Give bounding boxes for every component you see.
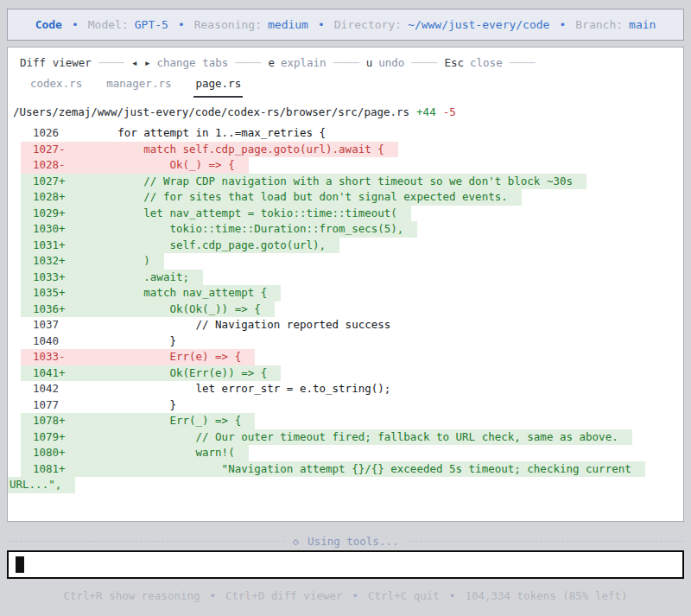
directory-value: ~/www/just-every/code [408,18,549,31]
bullet-separator: • [449,589,456,602]
diff-line: 1080+ warn!( [8,445,683,461]
model-value: GPT-5 [135,18,168,31]
diff-line: 1028- Ok(_) => { [8,157,683,174]
diff-viewer-titlebar: Diff viewer ──── ◂ ▸ change tabs ──── e … [8,48,683,70]
line-number: 1040 [33,333,66,350]
bullet-separator: • [559,18,566,31]
line-number: 1026 [33,125,66,142]
line-number: 1028+ [33,189,66,206]
reasoning-value: medium [268,18,308,31]
diff-line: 1027- match self.cdp_page.goto(url).awai… [8,142,683,158]
deletions-count: -5 [443,105,456,118]
dash-separator: ──── [510,56,536,69]
line-text: // for sites that load but don't signal … [66,190,508,203]
line-number: 1029+ [33,206,66,222]
line-text: tokio::time::Duration::from_secs(5), [66,222,403,235]
diff-line: 1081+ "Navigation attempt {}/{} exceeded… [8,461,683,478]
diff-line: 1030+ tokio::time::Duration::from_secs(5… [8,221,683,238]
diff-line: 1035+ match nav_attempt { [8,285,683,302]
line-text: let nav_attempt = tokio::time::timeout( [66,206,397,219]
diff-line: 1079+ // Our outer timeout fired; fallba… [8,429,683,446]
diff-line: 1031+ self.cdp_page.goto(url), [8,238,683,254]
dash-separator: ──── [235,56,261,69]
diff-line: 1027+ // Wrap CDP navigation with a shor… [8,174,683,190]
undo-key: u [366,56,373,69]
diff-line: 1029+ let nav_attempt = tokio::time::tim… [8,206,683,222]
line-number: 1030+ [33,221,66,238]
change-tabs-keys: ◂ ▸ [131,56,151,69]
diff-viewer-hint: Ctrl+D diff viewer [225,589,342,602]
diff-line: 1026 for attempt in 1..=max_retries { [8,125,683,142]
diff-line: 1077 } [8,397,683,414]
line-number: 1077 [33,397,66,414]
line-number: 1081+ [33,461,66,478]
close-key: Esc [444,56,464,69]
tab-page-rs[interactable]: page.rs [193,75,243,98]
status-diamond-icon: ◇ [293,535,300,548]
line-number: 1036+ [33,302,66,318]
line-text: let error_str = e.to_string(); [66,382,390,395]
line-number: 1078+ [33,413,66,429]
status-text: Using tools... [307,535,398,548]
line-text: // Wrap CDP navigation with a short time… [66,175,573,187]
bullet-separator: • [210,589,217,602]
dash-line [7,541,284,542]
line-text: // Navigation reported success [66,318,390,331]
diff-line: 1042 let error_str = e.to_string(); [8,381,683,397]
directory-label: Directory: [334,18,402,31]
tab-manager-rs[interactable]: manager.rs [105,75,173,98]
bullet-separator: • [352,589,359,602]
line-number: 1033+ [33,270,66,286]
show-reasoning-hint: Ctrl+R show reasoning [63,589,200,602]
file-tabs: codex.rs manager.rs page.rs [8,75,683,98]
model-label: Model: [88,18,129,31]
line-number: 1035+ [33,285,66,302]
line-text: } [66,398,176,411]
line-text: for attempt in 1..=max_retries { [66,126,326,139]
command-input[interactable] [7,550,684,579]
diff-content[interactable]: 1026 for attempt in 1..=max_retries {102… [8,125,683,493]
line-text: match nav_attempt { [66,286,267,299]
line-text: // Our outer timeout fired; fallback to … [66,430,618,443]
bullet-separator: • [318,18,325,31]
panel-title: Diff viewer [20,56,92,69]
reasoning-label: Reasoning: [194,18,262,31]
line-text: .await; [66,270,189,283]
tab-codex-rs[interactable]: codex.rs [29,75,84,98]
status-line: ◇ Using tools... [7,534,684,548]
line-number: 1042 [33,381,66,397]
branch-label: Branch: [575,18,623,31]
diff-line: 1028+ // for sites that load but don't s… [8,189,683,206]
diff-line: URL...", [8,477,683,493]
line-text: self.cdp_page.goto(url), [66,238,326,251]
app-name: Code [35,18,62,31]
branch-value: main [629,18,656,31]
change-tabs-hint: change tabs [156,56,228,69]
line-text: "Navigation attempt {}/{} exceeded 5s ti… [66,462,631,475]
diff-line: 1033- Err(e) => { [8,349,683,365]
explain-key: e [268,56,275,69]
line-text: match self.cdp_page.goto(url).await { [66,143,384,156]
footer-bar: Ctrl+R show reasoning • Ctrl+D diff view… [0,587,691,604]
line-number: 1033- [33,349,66,365]
file-path: /Users/zemaj/www/just-every/code/codex-r… [13,105,409,118]
line-number: 1032+ [33,253,66,270]
line-number: 1079+ [33,429,66,446]
line-text: ) [66,254,150,267]
line-text: Err(e) => { [66,350,241,363]
bullet-separator: • [72,18,79,31]
line-number: 1031+ [33,238,66,254]
line-text: Ok(_) => { [66,158,235,171]
diff-line: 1037 // Navigation reported success [8,317,683,333]
diff-line: 1040 } [8,333,683,350]
token-usage: 104,334 tokens (85% left) [465,589,627,602]
quit-hint: Ctrl+C quit [368,589,440,602]
close-hint: close [470,56,503,69]
additions-count: +44 [416,105,436,118]
text-cursor [16,556,24,573]
diff-line: 1078+ Err(_) => { [8,413,683,429]
diff-line: 1033+ .await; [8,270,683,286]
file-path-row: /Users/zemaj/www/just-every/code/codex-r… [8,102,683,121]
line-number: 1037 [33,317,66,333]
undo-hint: undo [378,56,404,69]
